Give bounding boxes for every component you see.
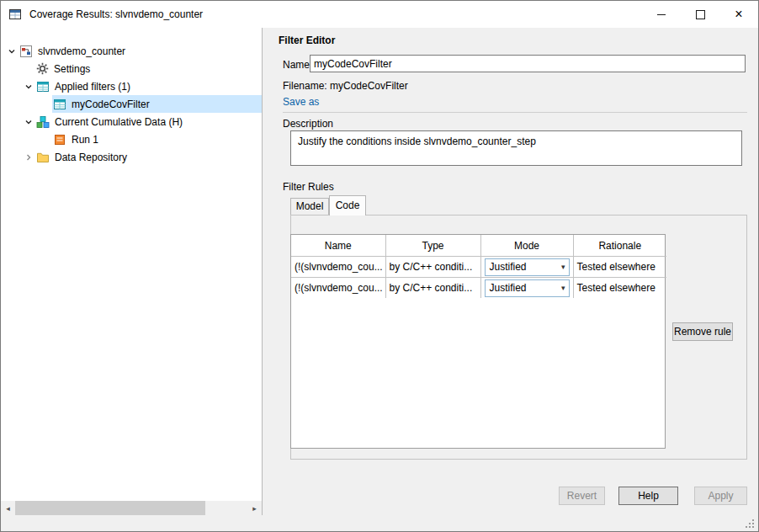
chevron-down-icon: ▾ bbox=[561, 263, 565, 271]
tree-item-label: Data Repository bbox=[55, 152, 127, 163]
scroll-left-button[interactable]: ◂ bbox=[1, 501, 15, 515]
description-field[interactable]: Justify the conditions inside slvnvdemo_… bbox=[290, 130, 742, 166]
model-icon bbox=[19, 45, 33, 58]
tree-item-label: slvnvdemo_counter bbox=[38, 45, 125, 57]
scrollbar-thumb[interactable] bbox=[15, 501, 205, 515]
name-label: Name bbox=[283, 59, 310, 71]
tree-item-data-repository[interactable]: Data Repository bbox=[1, 148, 262, 166]
tree-item-run-1[interactable]: Run 1 bbox=[1, 130, 262, 148]
chevron-down-icon[interactable] bbox=[21, 118, 35, 126]
results-tree: slvnvdemo_counter bbox=[1, 28, 262, 166]
column-header-mode: Mode bbox=[480, 235, 573, 257]
filter-icon bbox=[53, 98, 66, 111]
rule-rationale-cell[interactable]: Tested elsewhere bbox=[573, 278, 666, 299]
mode-dropdown[interactable]: Justified ▾ bbox=[485, 258, 570, 276]
table-row[interactable]: (!(slvnvdemo_cou... by C/C++ conditi... … bbox=[291, 278, 666, 299]
scroll-right-icon: ▸ bbox=[252, 504, 257, 513]
tree-item-label: Run 1 bbox=[72, 134, 98, 146]
titlebar[interactable]: Coverage Results: slvnvdemo_counter × bbox=[1, 1, 758, 28]
selected-tree-item[interactable]: myCodeCovFilter bbox=[52, 95, 262, 113]
tree-item-mycodecovfilter[interactable]: myCodeCovFilter bbox=[1, 95, 262, 113]
window-controls: × bbox=[642, 1, 758, 28]
tree-item-label: myCodeCovFilter bbox=[72, 98, 150, 110]
window-title: Coverage Results: slvnvdemo_counter bbox=[29, 8, 203, 20]
tree-item-current-cumulative-data[interactable]: Current Cumulative Data (H) bbox=[1, 113, 262, 130]
filter-editor-title: Filter Editor bbox=[279, 35, 335, 46]
results-tree-panel: slvnvdemo_counter bbox=[1, 28, 263, 515]
scrollbar-track[interactable] bbox=[15, 501, 247, 515]
column-header-type: Type bbox=[385, 235, 480, 257]
app-icon bbox=[8, 8, 22, 21]
filters-icon bbox=[36, 80, 50, 93]
coverage-results-window: Coverage Results: slvnvdemo_counter × bbox=[0, 0, 759, 532]
tab-model[interactable]: Model bbox=[290, 198, 329, 215]
tree-horizontal-scrollbar[interactable]: ◂ ▸ bbox=[1, 501, 262, 515]
table-row[interactable]: (!(slvnvdemo_cou... by C/C++ conditi... … bbox=[291, 257, 666, 278]
cumulative-data-icon bbox=[36, 115, 50, 129]
column-header-rationale: Rationale bbox=[573, 235, 666, 257]
tree-item-slvnvdemo-counter[interactable]: slvnvdemo_counter bbox=[1, 42, 262, 60]
tab-code[interactable]: Code bbox=[329, 195, 366, 215]
filter-rules-table: Name Type Mode Rationale (!(slvnvdemo_co… bbox=[290, 234, 666, 449]
gear-icon bbox=[36, 62, 49, 75]
chevron-down-icon[interactable] bbox=[4, 47, 19, 56]
tree-item-applied-filters[interactable]: Applied filters (1) bbox=[1, 77, 262, 95]
chevron-right-icon[interactable] bbox=[21, 153, 35, 162]
rule-name-cell: (!(slvnvdemo_cou... bbox=[291, 278, 385, 299]
maximize-icon bbox=[696, 10, 705, 19]
mode-value: Justified bbox=[490, 261, 527, 273]
folder-icon bbox=[36, 151, 50, 164]
apply-button[interactable]: Apply bbox=[694, 487, 747, 505]
chevron-down-icon: ▾ bbox=[561, 284, 565, 292]
description-label: Description bbox=[283, 118, 333, 130]
rule-rationale-cell[interactable]: Tested elsewhere bbox=[573, 257, 666, 278]
close-icon: × bbox=[735, 8, 742, 21]
resize-grip-icon[interactable] bbox=[744, 518, 755, 529]
table-header-row: Name Type Mode Rationale bbox=[291, 235, 666, 257]
revert-button[interactable]: Revert bbox=[559, 487, 605, 505]
tree-item-settings[interactable]: Settings bbox=[1, 60, 262, 77]
tree-item-label: Current Cumulative Data (H) bbox=[55, 116, 183, 128]
chevron-down-icon[interactable] bbox=[21, 82, 35, 91]
tree-item-label: Settings bbox=[54, 63, 90, 75]
remove-rule-button[interactable]: Remove rule bbox=[672, 322, 733, 341]
rule-type-cell: by C/C++ conditi... bbox=[385, 257, 480, 278]
tree-item-label: Applied filters (1) bbox=[55, 81, 130, 93]
bottom-strip bbox=[1, 515, 758, 531]
rule-type-cell: by C/C++ conditi... bbox=[385, 278, 480, 299]
scroll-right-button[interactable]: ▸ bbox=[247, 501, 262, 515]
separator bbox=[283, 112, 747, 113]
save-as-link[interactable]: Save as bbox=[283, 96, 319, 108]
scroll-left-icon: ◂ bbox=[6, 504, 10, 513]
minimize-icon bbox=[657, 14, 666, 15]
filter-name-input[interactable] bbox=[310, 55, 746, 72]
rule-name-cell: (!(slvnvdemo_cou... bbox=[291, 257, 385, 278]
mode-value: Justified bbox=[490, 282, 527, 294]
filter-rules-label: Filter Rules bbox=[283, 181, 334, 193]
maximize-button[interactable] bbox=[681, 1, 719, 28]
run-icon bbox=[53, 133, 66, 146]
close-button[interactable]: × bbox=[719, 1, 758, 28]
minimize-button[interactable] bbox=[642, 1, 681, 28]
filename-text: Filename: myCodeCovFilter bbox=[283, 80, 408, 92]
column-header-name: Name bbox=[291, 235, 385, 257]
help-button[interactable]: Help bbox=[618, 487, 678, 505]
mode-dropdown[interactable]: Justified ▾ bbox=[485, 279, 570, 297]
filter-editor-panel: Filter Editor Name Filename: myCodeCovFi… bbox=[263, 28, 759, 515]
